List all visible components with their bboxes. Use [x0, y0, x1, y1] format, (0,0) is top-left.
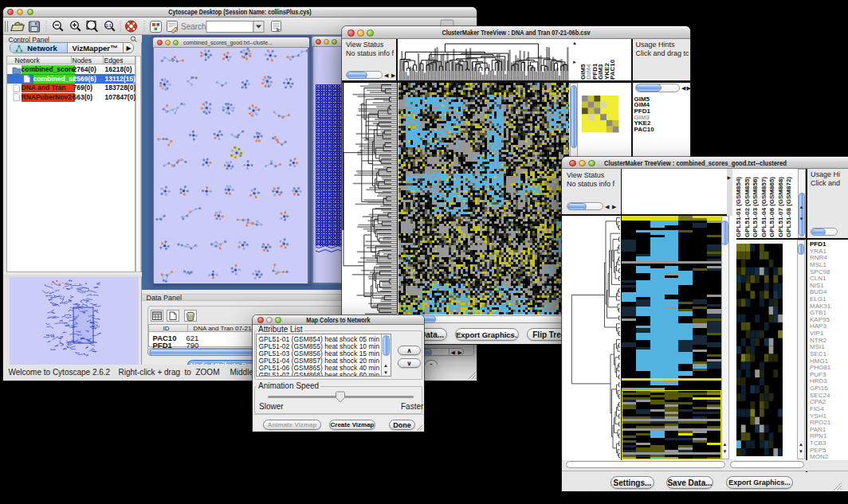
svg-text:GPL51-07 (GSM868): GPL51-07 (GSM868): [777, 176, 784, 237]
svg-text:PAC10: PAC10: [609, 59, 616, 80]
svg-text:1:1: 1:1: [106, 23, 112, 27]
svg-text:GPL51-06 (GSM865): GPL51-06 (GSM865): [768, 176, 775, 237]
svg-text:GPL51-04 (GSM857): GPL51-04 (GSM857): [760, 176, 768, 237]
svg-text:GPL51-08 (GSM872): GPL51-08 (GSM872): [785, 176, 792, 237]
svg-text:Search:: Search:: [181, 21, 208, 30]
svg-text:GPL51-03 (GSM856): GPL51-03 (GSM856): [752, 176, 759, 237]
svg-text:GPL51-02 (GSM855): GPL51-02 (GSM855): [744, 176, 751, 237]
